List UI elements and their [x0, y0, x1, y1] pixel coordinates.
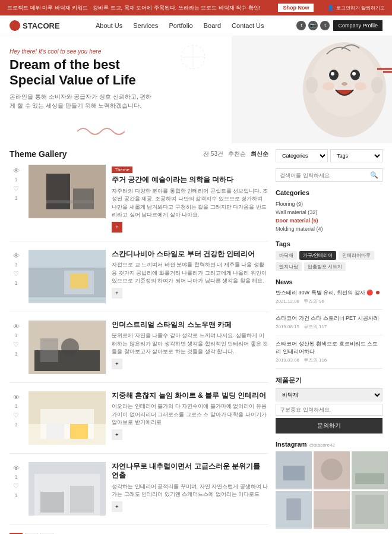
gallery-tab-latest[interactable]: 최신순 [251, 150, 268, 158]
tag-2[interactable]: 인테리어마루 [339, 251, 374, 260]
insta-thumb-6[interactable] [352, 491, 388, 529]
nav-contact[interactable]: Contact Us [232, 22, 264, 29]
like-count-3: 1 [14, 351, 17, 357]
post-actions-4: + [112, 429, 268, 440]
news-title-3[interactable]: 스타코어 생산된 흰색으로 흐르비리드 스토리 인테리어하다 [276, 340, 382, 356]
insta-thumb-3[interactable] [352, 451, 388, 489]
post-actions-2: + [112, 288, 268, 299]
main-nav: About Us Services Portfolio Board Contac… [63, 22, 296, 29]
post-action-2[interactable]: + [112, 288, 122, 299]
svg-rect-18 [46, 174, 70, 209]
svg-point-9 [371, 77, 383, 93]
news-date-1: 2021.12.08 쿠즈의 96 [276, 298, 382, 304]
svg-rect-33 [46, 424, 64, 439]
news-title: News [276, 278, 382, 285]
gallery-tab-recommend[interactable]: 추천순 [228, 150, 246, 158]
view-icon: 👁 [13, 167, 20, 174]
subscribe-title: 제품문기 [276, 376, 382, 385]
post-actions-5: + [112, 501, 268, 512]
search-button[interactable]: 🔍 [366, 169, 382, 181]
gallery-title: Theme Gallery [10, 149, 67, 159]
gallery-count: 전 53건 [203, 150, 223, 158]
hero-title-line2: Special Value of Life [10, 73, 136, 87]
news-title-1[interactable]: 반스테리 30W 특별 유리, 최선의 감사 🔴 [276, 289, 382, 297]
post-title-2[interactable]: 스칸디나비아 스타일로 부터 건강한 인테리어 [112, 250, 268, 259]
company-profile-button[interactable]: Company Profile [333, 20, 382, 31]
svg-rect-43 [355, 473, 384, 484]
news-title-2[interactable]: 스타코어 가건 스타 스토리너 PET 시공사례 [276, 315, 382, 322]
post-title-5[interactable]: 자연나무로 내추럴이면서 고급스러운 분위기를 연출 [112, 462, 268, 480]
subscribe-button[interactable]: 문의하기 [276, 418, 382, 434]
insta-thumb-2[interactable] [314, 451, 350, 489]
shop-now-button[interactable]: Shop Now [278, 4, 314, 12]
nav-about[interactable]: About Us [96, 22, 122, 29]
post-action-3[interactable]: + [112, 359, 122, 369]
hero-section: Hey there! It's cool to see you here Dre… [0, 36, 392, 143]
login-icon: 👤 [327, 5, 334, 11]
post-meta-2: 👁 1 ♡ 1 [10, 250, 23, 303]
category-door[interactable]: Door material (5) [276, 216, 382, 225]
view-icon-3: 👁 [13, 323, 20, 330]
post-title-4[interactable]: 지중해 흔찮지 늘임 화이트 & 블루 빌딩 인테리어 [112, 391, 268, 401]
sidebar-tags: Tags 바닥재 가구/인테리어 인테리어마루 엔지나링 압출발포 시트지 [276, 240, 382, 271]
logo-icon [10, 20, 20, 31]
svg-rect-49 [355, 495, 384, 524]
svg-point-10 [323, 82, 334, 90]
svg-rect-19 [73, 189, 94, 209]
twitter-icon[interactable]: t [320, 21, 330, 30]
category-molding[interactable]: Molding material (4) [276, 225, 382, 233]
sidebar-subscribe: 제품문기 바닥재 문의하기 [276, 376, 382, 434]
insta-thumb-5[interactable] [314, 491, 350, 529]
post-title-3[interactable]: 인더스트리얼 스타일의 스노우맨 카페 [112, 321, 268, 330]
sidebar-instagram: Instagram @stacore42 [276, 441, 382, 526]
nav-board[interactable]: Board [204, 22, 221, 29]
tags-filter[interactable]: Tags [330, 149, 382, 162]
sidebar-filter: Categories Tags [276, 143, 382, 162]
post-title-1[interactable]: 주거 공간에 예술이라는 의학을 더하다 [112, 175, 268, 185]
header: STACORE About Us Services Portfolio Boar… [0, 15, 392, 36]
tag-0[interactable]: 바닥재 [276, 251, 297, 260]
view-count: 1 [14, 177, 17, 183]
view-icon-4: 👁 [13, 394, 20, 401]
svg-rect-36 [40, 492, 64, 513]
post-content-5: 자연나무로 내추럴이면서 고급스러운 분위기를 연출 생각하는 인테리어 공적리… [112, 462, 268, 516]
insta-thumb-4[interactable] [276, 491, 312, 529]
search-input[interactable] [276, 170, 366, 181]
post-item-1: 👁 1 ♡ 1 Theme 주거 공간에 예술이라는 의학을 더하다 자주라의 … [10, 165, 268, 241]
news-item-2: 스타코어 가건 스타 스토리너 PET 시공사례 2019.08.15 쿠즈의 … [276, 315, 382, 335]
tag-1[interactable]: 가구/인테리어 [299, 251, 336, 260]
category-flooring[interactable]: Flooring (9) [276, 200, 382, 208]
tag-4[interactable]: 압출발포 시트지 [304, 262, 346, 271]
heart-icon-2: ♡ [13, 270, 19, 278]
left-column: Theme Gallery 전 53건 추천순 최신순 👁 1 ♡ 1 [10, 143, 268, 534]
nav-portfolio[interactable]: Portfolio [169, 22, 192, 29]
top-banner: 프로젝트 데뷔 마루 바닥재 키워드 - 강바루 트고, 목재 도어에 주목된다… [0, 0, 392, 15]
svg-point-7 [342, 82, 347, 86]
view-icon-2: 👁 [13, 252, 20, 259]
tag-3[interactable]: 엔지나링 [276, 262, 302, 271]
instagram-handle: @stacore42 [309, 442, 335, 448]
gallery-tabs: 전 53건 추천순 최신순 [203, 150, 268, 158]
facebook-icon[interactable]: f [296, 21, 306, 30]
sidebar-categories: Categories Flooring (9) Wall material (3… [276, 189, 382, 233]
subscribe-input[interactable] [276, 404, 382, 416]
post-action-5[interactable]: + [112, 501, 122, 512]
category-wall[interactable]: Wall material (32) [276, 208, 382, 216]
subscribe-select[interactable]: 바닥재 [276, 388, 382, 401]
heart-icon-4: ♡ [13, 412, 19, 419]
instagram-grid [276, 451, 382, 526]
post-action-red-1[interactable]: + [112, 222, 122, 233]
svg-rect-20 [46, 200, 94, 203]
svg-point-6 [352, 72, 356, 76]
view-count-4: 1 [14, 403, 17, 409]
instagram-icon[interactable]: 📷 [308, 21, 318, 30]
nav-services[interactable]: Services [133, 22, 158, 29]
hero-subtitle: 온라인을 통해 소비자와 공급자가 상호 신뢰하고, 편하게 할 수 있는 세상… [10, 92, 152, 110]
post-action-4[interactable]: + [112, 429, 122, 440]
main-container: Theme Gallery 전 53건 추천순 최신순 👁 1 ♡ 1 [0, 143, 392, 534]
like-count: 1 [14, 195, 17, 201]
categories-filter[interactable]: Categories [276, 149, 328, 162]
post-content-4: 지중해 흔찮지 늘임 화이트 & 블루 빌딩 인테리어 이오라는 인테리어 블가… [112, 391, 268, 445]
insta-thumb-1[interactable] [276, 451, 312, 489]
svg-rect-32 [70, 424, 88, 439]
